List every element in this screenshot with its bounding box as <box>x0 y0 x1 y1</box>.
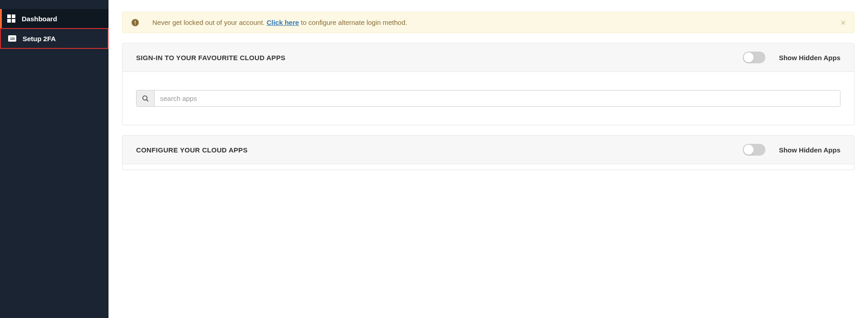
panel-header: SIGN-IN TO YOUR FAVOURITE CLOUD APPS Sho… <box>123 43 854 72</box>
alert-banner: ! Never get locked out of your account. … <box>122 12 854 33</box>
panel-body <box>123 72 854 125</box>
alert-text-before: Never get locked out of your account. <box>152 19 267 26</box>
main-content: ! Never get locked out of your account. … <box>108 0 868 318</box>
panel-header: CONFIGURE YOUR CLOUD APPS Show Hidden Ap… <box>123 136 854 164</box>
toggle-label: Show Hidden Apps <box>779 146 840 154</box>
toggle-label: Show Hidden Apps <box>779 54 840 62</box>
sidebar-item-dashboard[interactable]: Dashboard <box>0 9 108 28</box>
svg-line-1 <box>146 100 148 101</box>
alert-text-after: to configure alternate login method. <box>299 19 407 26</box>
close-icon[interactable]: × <box>840 17 846 28</box>
twofa-icon: 123 <box>8 34 16 43</box>
sidebar-item-setup-2fa[interactable]: 123 Setup 2FA <box>0 28 108 49</box>
toggle-show-hidden-apps-signin[interactable] <box>743 52 765 63</box>
sidebar: Dashboard 123 Setup 2FA <box>0 0 108 318</box>
alert-text: Never get locked out of your account. Cl… <box>152 19 407 26</box>
dashboard-icon <box>7 14 15 23</box>
toggle-show-hidden-apps-configure[interactable] <box>743 144 765 156</box>
search-apps-input[interactable] <box>155 90 840 106</box>
panel-configure-apps: CONFIGURE YOUR CLOUD APPS Show Hidden Ap… <box>122 135 854 170</box>
search-icon <box>137 90 155 106</box>
panel-signin-apps: SIGN-IN TO YOUR FAVOURITE CLOUD APPS Sho… <box>122 43 854 125</box>
panel-title: CONFIGURE YOUR CLOUD APPS <box>136 146 248 154</box>
sidebar-top-spacer <box>0 0 108 9</box>
panel-header-right: Show Hidden Apps <box>743 144 840 156</box>
svg-point-0 <box>143 96 147 100</box>
sidebar-item-label: Setup 2FA <box>23 35 56 43</box>
warning-icon: ! <box>132 19 139 26</box>
panel-body <box>123 164 854 170</box>
search-group <box>136 90 840 107</box>
panel-header-right: Show Hidden Apps <box>743 52 840 63</box>
panel-title: SIGN-IN TO YOUR FAVOURITE CLOUD APPS <box>136 54 285 62</box>
sidebar-item-label: Dashboard <box>22 15 57 23</box>
alert-link[interactable]: Click here <box>267 19 299 26</box>
